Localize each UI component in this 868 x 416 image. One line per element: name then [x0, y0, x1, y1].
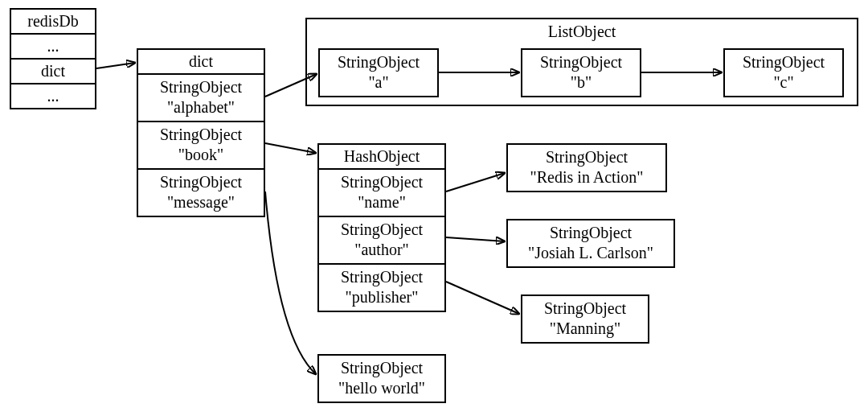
list-item-a: StringObject"a"	[318, 48, 439, 97]
hash-object-struct: HashObject StringObject"name" StringObje…	[317, 143, 446, 312]
hash-key-publisher: StringObject"publisher"	[319, 265, 444, 311]
list-item-c-cell: StringObject"c"	[725, 50, 842, 96]
svg-line-5	[446, 173, 505, 192]
hash-key-name-type: StringObject	[341, 173, 423, 191]
dict-key-book-type: StringObject	[160, 126, 242, 143]
list-item-c: StringObject"c"	[723, 48, 844, 97]
list-item-b-val: "b"	[571, 73, 592, 91]
redisdb-title: redisDb	[11, 10, 95, 35]
hash-value-name: StringObject"Redis in Action"	[506, 143, 667, 192]
string-value-message-val: "hello world"	[338, 379, 425, 397]
hash-key-publisher-type: StringObject	[341, 268, 423, 286]
list-item-b: StringObject"b"	[521, 48, 641, 97]
redisdb-ellipsis-1: ...	[11, 35, 95, 60]
list-item-a-cell: StringObject"a"	[320, 50, 437, 96]
hash-key-author: StringObject"author"	[319, 217, 444, 265]
dict-key-book: StringObject"book"	[138, 122, 264, 170]
dict-key-alphabet: StringObject"alphabet"	[138, 75, 264, 122]
hash-key-name-val: "name"	[358, 193, 406, 211]
list-item-b-cell: StringObject"b"	[522, 50, 640, 96]
svg-line-7	[446, 282, 519, 314]
hash-key-publisher-val: "publisher"	[346, 288, 419, 306]
hash-value-name-cell: StringObject"Redis in Action"	[508, 145, 665, 191]
string-value-message-type: StringObject	[341, 359, 423, 377]
hash-value-author-type: StringObject	[550, 224, 632, 241]
hash-value-name-type: StringObject	[546, 148, 628, 166]
redisdb-ellipsis-2: ...	[11, 84, 95, 108]
hash-value-publisher-cell: StringObject"Manning"	[522, 296, 648, 342]
hash-value-author: StringObject"Josiah L. Carlson"	[506, 219, 675, 268]
svg-line-6	[446, 237, 505, 241]
redisdb-dict-row: dict	[11, 60, 95, 84]
string-value-message-cell: StringObject"hello world"	[319, 356, 444, 402]
list-item-a-val: "a"	[368, 73, 388, 91]
hash-value-name-val: "Redis in Action"	[530, 168, 644, 186]
hash-value-author-cell: StringObject"Josiah L. Carlson"	[508, 220, 674, 266]
dict-key-message: StringObject"message"	[138, 170, 264, 216]
list-item-c-type: StringObject	[743, 53, 825, 71]
list-item-a-type: StringObject	[338, 53, 420, 71]
hash-key-author-val: "author"	[354, 241, 408, 258]
list-item-c-val: "c"	[773, 73, 793, 91]
dict-struct: dict StringObject"alphabet" StringObject…	[137, 48, 265, 217]
dict-key-book-val: "book"	[178, 146, 223, 163]
hash-object-title: HashObject	[319, 145, 444, 170]
svg-line-4	[265, 143, 316, 153]
list-object-label: ListObject	[305, 23, 858, 41]
dict-title: dict	[138, 50, 264, 75]
hash-value-publisher: StringObject"Manning"	[521, 294, 649, 344]
hash-value-publisher-type: StringObject	[544, 299, 626, 317]
svg-line-0	[96, 63, 135, 68]
list-item-b-type: StringObject	[540, 53, 622, 71]
dict-key-message-val: "message"	[167, 193, 235, 211]
hash-value-publisher-val: "Manning"	[550, 319, 621, 337]
string-value-message: StringObject"hello world"	[317, 354, 446, 403]
redisdb-struct: redisDb ... dict ...	[10, 8, 96, 109]
hash-key-name: StringObject"name"	[319, 170, 444, 217]
dict-key-alphabet-val: "alphabet"	[167, 98, 235, 116]
dict-key-message-type: StringObject	[160, 173, 242, 191]
dict-key-alphabet-type: StringObject	[160, 78, 242, 96]
hash-key-author-type: StringObject	[341, 220, 423, 238]
hash-value-author-val: "Josiah L. Carlson"	[528, 244, 653, 262]
